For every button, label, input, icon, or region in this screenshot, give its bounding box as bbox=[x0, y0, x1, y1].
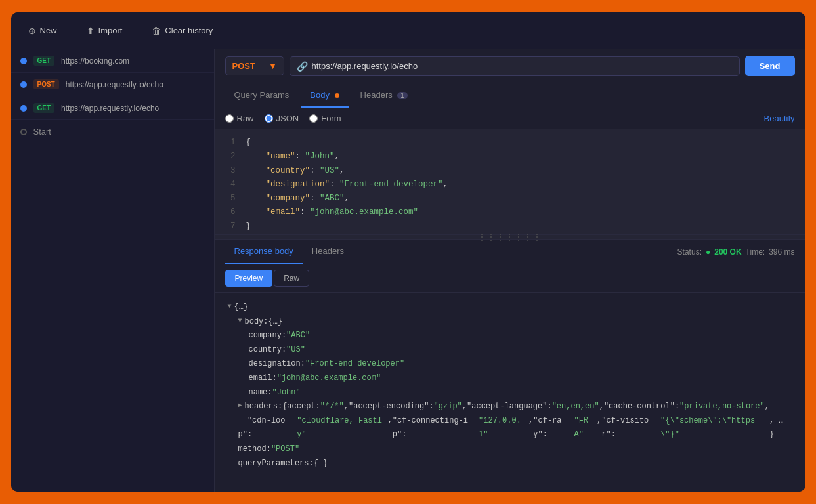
sidebar-item-echo-post[interactable]: POST https://app.requestly.io/echo bbox=[11, 73, 214, 96]
main-layout: GET https://booking.com POST https://app… bbox=[11, 49, 805, 492]
top-bar: ⊕ New ⬆ Import 🗑 Clear history bbox=[11, 12, 805, 49]
body-options: Raw JSON Form Beautify bbox=[215, 108, 805, 129]
method-select[interactable]: POST GET PUT DELETE ▾ bbox=[225, 56, 284, 75]
request-tabs-bar: Query Params Body Headers 1 bbox=[215, 83, 805, 108]
resp-designation: designation: "Front-end developer" bbox=[228, 357, 792, 371]
resp-query-params: queryParameters: { } bbox=[228, 457, 792, 471]
response-tabs-bar: Response body Headers Status: ● 200 OK T… bbox=[215, 240, 805, 264]
start-label: Start bbox=[33, 127, 51, 136]
clear-history-button[interactable]: 🗑 Clear history bbox=[145, 22, 219, 40]
status-label: Status: bbox=[677, 247, 702, 257]
sidebar-url-3: https://app.requestly.io/echo bbox=[61, 104, 159, 113]
new-label: New bbox=[40, 26, 57, 35]
resp-name: name: "John" bbox=[228, 386, 792, 400]
headers-count: 1 bbox=[397, 92, 408, 99]
sidebar-dot-4 bbox=[20, 129, 27, 135]
tab-body[interactable]: Body bbox=[301, 83, 348, 108]
time-value: 396 ms bbox=[769, 247, 794, 257]
resp-root: ▼ {…} bbox=[228, 301, 792, 315]
trash-icon: 🗑 bbox=[152, 26, 161, 36]
method-badge-get: GET bbox=[33, 56, 55, 66]
body-tab-dot bbox=[335, 93, 339, 98]
method-badge-post: POST bbox=[33, 79, 59, 89]
code-editor[interactable]: 1 { 2 "name": "John", 3 "country": "US",… bbox=[215, 129, 805, 234]
import-label: Import bbox=[98, 26, 123, 35]
tab-query-params[interactable]: Query Params bbox=[225, 83, 299, 108]
raw-button[interactable]: Raw bbox=[274, 270, 309, 287]
response-status: Status: ● 200 OK Time: 396 ms bbox=[677, 247, 795, 257]
resp-method: method: "POST" bbox=[228, 442, 792, 457]
method-badge-get-2: GET bbox=[33, 103, 55, 113]
chevron-down-icon: ▾ bbox=[270, 61, 275, 71]
sidebar-item-booking[interactable]: GET https://booking.com bbox=[11, 49, 214, 73]
import-button[interactable]: ⬆ Import bbox=[80, 22, 129, 40]
sidebar-item-echo-get[interactable]: GET https://app.requestly.io/echo bbox=[11, 96, 214, 120]
url-input-wrap: 🔗 bbox=[290, 56, 740, 76]
preview-button[interactable]: Preview bbox=[225, 270, 273, 287]
divider2 bbox=[137, 23, 137, 39]
response-section: Response body Headers Status: ● 200 OK T… bbox=[215, 240, 805, 492]
tab-response-body[interactable]: Response body bbox=[225, 240, 303, 264]
sidebar-dot bbox=[20, 58, 27, 64]
collapse-body-icon[interactable]: ▼ bbox=[238, 315, 242, 327]
sidebar-url-2: https://app.requestly.io/echo bbox=[66, 80, 163, 89]
headers-collapse-icon[interactable]: ▶ bbox=[238, 400, 242, 411]
code-line-7: 7 } bbox=[225, 220, 795, 234]
sidebar-url: https://booking.com bbox=[61, 56, 129, 66]
resp-headers: ▶ headers: { accept: "*/*" , "accept-enc… bbox=[228, 400, 792, 414]
url-input[interactable] bbox=[312, 61, 733, 71]
import-icon: ⬆ bbox=[87, 26, 95, 36]
response-body[interactable]: ▼ {…} ▼ body: {…} company: "ABC" country… bbox=[215, 293, 805, 492]
resp-headers-2: "cdn-loop": "cloudflare, Fastly" , "cf-c… bbox=[228, 414, 792, 442]
resp-body-key: ▼ body: {…} bbox=[228, 315, 792, 329]
drag-handle[interactable]: ⋮⋮⋮⋮⋮⋮⋮ bbox=[215, 234, 805, 240]
tab-response-headers[interactable]: Headers bbox=[303, 240, 353, 264]
preview-toggle: Preview Raw bbox=[215, 264, 805, 293]
request-bar: POST GET PUT DELETE ▾ 🔗 Send bbox=[215, 49, 805, 83]
plus-icon: ⊕ bbox=[28, 26, 36, 36]
radio-raw[interactable]: Raw bbox=[225, 114, 254, 123]
code-line-2: 2 "name": "John", bbox=[225, 150, 795, 163]
send-button[interactable]: Send bbox=[745, 56, 795, 76]
sidebar-dot-2 bbox=[20, 81, 27, 88]
beautify-button[interactable]: Beautify bbox=[764, 114, 795, 123]
resp-company: company: "ABC" bbox=[228, 329, 792, 343]
radio-json-input[interactable] bbox=[265, 114, 273, 123]
divider bbox=[72, 23, 72, 39]
time-label: Time: bbox=[746, 247, 765, 257]
status-dot: ● bbox=[706, 247, 710, 257]
content-area: POST GET PUT DELETE ▾ 🔗 Send Query Param… bbox=[215, 49, 805, 492]
link-icon: 🔗 bbox=[297, 61, 308, 72]
sidebar-dot-3 bbox=[20, 105, 27, 112]
sidebar-start: Start bbox=[11, 120, 214, 143]
new-button[interactable]: ⊕ New bbox=[22, 22, 64, 40]
collapse-icon[interactable]: ▼ bbox=[228, 301, 232, 312]
resp-country: country: "US" bbox=[228, 343, 792, 358]
radio-json[interactable]: JSON bbox=[265, 114, 299, 123]
code-line-4: 4 "designation": "Front-end developer", bbox=[225, 178, 795, 192]
sidebar: GET https://booking.com POST https://app… bbox=[11, 49, 215, 492]
tab-headers[interactable]: Headers 1 bbox=[351, 83, 417, 108]
code-line-3: 3 "country": "US", bbox=[225, 164, 795, 178]
method-dropdown[interactable]: POST GET PUT DELETE bbox=[232, 61, 267, 71]
code-line-6: 6 "email": "john@abc.example.com" bbox=[225, 205, 795, 219]
radio-raw-input[interactable] bbox=[225, 114, 234, 123]
status-code: 200 OK bbox=[714, 247, 741, 257]
clear-history-label: Clear history bbox=[165, 26, 213, 35]
radio-form-input[interactable] bbox=[309, 114, 318, 123]
code-line-5: 5 "company": "ABC", bbox=[225, 192, 795, 205]
radio-form[interactable]: Form bbox=[309, 114, 341, 123]
resp-email: email: "john@abc.example.com" bbox=[228, 371, 792, 386]
code-line-1: 1 { bbox=[225, 136, 795, 150]
